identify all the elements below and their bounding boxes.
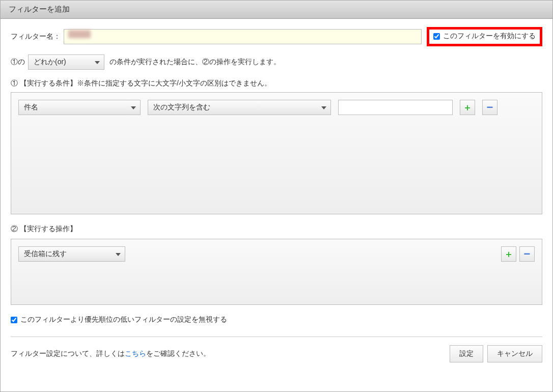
divider xyxy=(11,337,542,337)
plus-icon: ＋ xyxy=(463,101,472,114)
action-buttons: ＋ − xyxy=(501,246,535,262)
enable-filter-label: このフィルターを有効にする xyxy=(443,32,536,41)
priority-checkbox[interactable] xyxy=(11,317,17,323)
conditions-panel: 件名 次の文字列を含む ＋ − xyxy=(11,92,542,214)
logic-suffix: の条件が実行された場合に、②の操作を実行します。 xyxy=(109,58,281,67)
logic-dropdown[interactable]: どれか(or) xyxy=(28,54,104,70)
minus-icon: − xyxy=(487,101,493,114)
footer-text-after: をご確認ください。 xyxy=(146,349,210,357)
conditions-header: ① 【実行する条件】※条件に指定する文字に大文字/小文字の区別はできません。 xyxy=(11,79,542,88)
action-select[interactable]: 受信箱に残す xyxy=(18,246,125,262)
condition-row: 件名 次の文字列を含む ＋ − xyxy=(18,100,535,115)
minus-icon: − xyxy=(524,247,531,261)
priority-label: このフィルターより優先順位の低いフィルターの設定を無視する xyxy=(20,315,227,324)
redacted-text xyxy=(68,30,91,38)
condition-field-value: 件名 xyxy=(24,103,38,112)
add-condition-button[interactable]: ＋ xyxy=(460,100,475,115)
condition-operator-select[interactable]: 次の文字列を含む xyxy=(148,100,331,115)
actions-panel: 受信箱に残す ＋ − xyxy=(11,239,542,305)
remove-condition-button[interactable]: − xyxy=(482,100,497,115)
plus-icon: ＋ xyxy=(504,248,513,260)
action-select-value: 受信箱に残す xyxy=(24,249,67,259)
dialog-content: フィルター名： このフィルターを有効にする ①の どれか(or) の条件が実行さ… xyxy=(1,19,552,391)
add-action-button[interactable]: ＋ xyxy=(501,246,516,262)
actions-header: ② 【実行する操作】 xyxy=(11,225,542,234)
add-filter-dialog: フィルターを追加 フィルター名： このフィルターを有効にする ①の どれか(or… xyxy=(0,0,553,392)
remove-action-button[interactable]: − xyxy=(519,246,535,262)
logic-prefix: ①の xyxy=(11,58,25,67)
dialog-title: フィルターを追加 xyxy=(1,1,552,19)
filter-name-label: フィルター名： xyxy=(11,32,61,41)
cancel-button[interactable]: キャンセル xyxy=(487,345,542,362)
filter-name-row: フィルター名： このフィルターを有効にする xyxy=(11,27,542,46)
condition-field-select[interactable]: 件名 xyxy=(18,100,141,115)
enable-filter-highlight: このフィルターを有効にする xyxy=(427,27,542,46)
submit-button[interactable]: 設定 xyxy=(450,345,483,362)
enable-filter-checkbox[interactable] xyxy=(433,33,440,40)
condition-value-input[interactable] xyxy=(338,100,453,115)
footer-text: フィルター設定について、詳しくはこちらをご確認ください。 xyxy=(11,349,210,358)
filter-name-input[interactable] xyxy=(64,29,422,44)
condition-operator-value: 次の文字列を含む xyxy=(153,103,210,112)
footer-row: フィルター設定について、詳しくはこちらをご確認ください。 設定 キャンセル xyxy=(11,345,542,362)
priority-row: このフィルターより優先順位の低いフィルターの設定を無視する xyxy=(11,315,542,324)
logic-dropdown-value: どれか(or) xyxy=(34,58,66,67)
footer-text-before: フィルター設定について、詳しくは xyxy=(11,349,125,357)
footer-buttons: 設定 キャンセル xyxy=(450,345,542,362)
logic-row: ①の どれか(or) の条件が実行された場合に、②の操作を実行します。 xyxy=(11,54,542,70)
footer-link[interactable]: こちら xyxy=(125,349,146,357)
